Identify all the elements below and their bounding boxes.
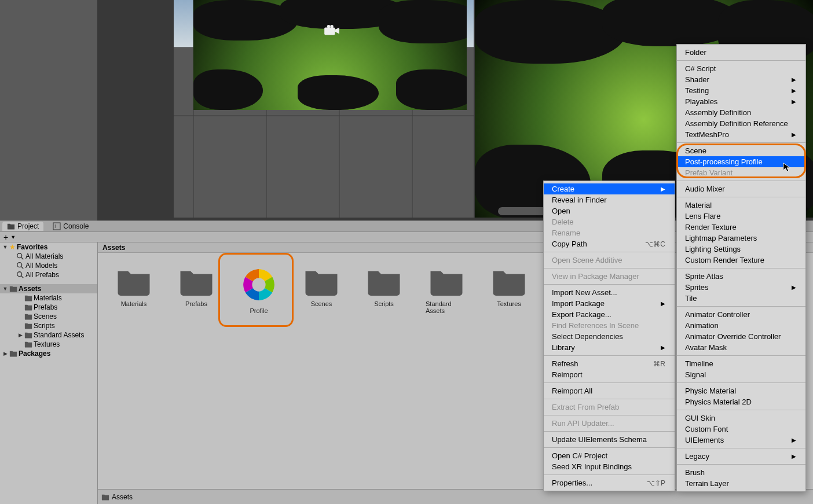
create-menu-item-uielements[interactable]: UIElements▶	[677, 435, 805, 446]
asset-folder-materials[interactable]: Materials	[113, 267, 155, 314]
create-menu-item-custom-render-texture[interactable]: Custom Render Texture	[677, 255, 805, 266]
asset-folder-scenes[interactable]: Scenes	[301, 267, 342, 314]
asset-folder-prefabs[interactable]: Prefabs	[175, 267, 217, 314]
favorite-all-models[interactable]: ·All Models	[0, 261, 97, 270]
ctx-menu-item-update-uielements-schema[interactable]: Update UIElements Schema	[544, 434, 675, 445]
create-menu-item-lightmap-parameters[interactable]: Lightmap Parameters	[677, 233, 805, 244]
create-menu-item-shader[interactable]: Shader▶	[677, 74, 805, 85]
menu-item-label: Testing	[685, 86, 709, 95]
create-menu-item-physic-material[interactable]: Physic Material	[677, 385, 805, 396]
ctx-menu-item-import-package[interactable]: Import Package▶	[544, 298, 675, 309]
assets-root[interactable]: ▼Assets	[0, 284, 97, 293]
context-menu-assets[interactable]: Create▶Reveal in FinderOpenDeleteRenameC…	[543, 181, 675, 491]
favorites-label: Favorites	[17, 243, 47, 251]
favorites-header[interactable]: ▼★ Favorites	[0, 242, 97, 252]
ctx-menu-item-select-dependencies[interactable]: Select Dependencies	[544, 331, 675, 342]
favorite-all-prefabs[interactable]: ·All Prefabs	[0, 270, 97, 279]
camera-gizmo-icon[interactable]	[323, 24, 340, 37]
menu-item-label: Find References In Scene	[552, 321, 639, 330]
folder-scripts[interactable]: ·Scripts	[0, 321, 97, 330]
folder-textures[interactable]: ·Textures	[0, 340, 97, 349]
create-menu-item-avatar-mask[interactable]: Avatar Mask	[677, 342, 805, 353]
menu-item-label: Seed XR Input Bindings	[552, 462, 632, 471]
ctx-menu-item-create[interactable]: Create▶	[544, 183, 675, 194]
create-menu-item-playables[interactable]: Playables▶	[677, 96, 805, 107]
create-menu-item-signal[interactable]: Signal	[677, 369, 805, 380]
menu-item-label: Open C# Project	[552, 451, 607, 460]
create-menu-item-testing[interactable]: Testing▶	[677, 85, 805, 96]
folder-prefabs[interactable]: ·Prefabs	[0, 303, 97, 312]
folder-materials[interactable]: ·Materials	[0, 293, 97, 303]
menu-item-label: Animation	[685, 321, 719, 330]
folder-icon	[101, 493, 109, 501]
menu-item-label: Open Scene Additive	[552, 256, 622, 264]
tab-project[interactable]: Project	[2, 222, 43, 231]
folder-icon	[429, 267, 464, 296]
create-menu-item-sprites[interactable]: Sprites▶	[677, 282, 805, 293]
asset-folder-standard-assets[interactable]: Standard Assets	[426, 267, 467, 314]
create-menu-item-brush[interactable]: Brush	[677, 467, 805, 478]
create-menu-item-custom-font[interactable]: Custom Font	[677, 424, 805, 435]
ctx-menu-item-rename: Rename	[544, 227, 675, 238]
folder-scenes[interactable]: ·Scenes	[0, 312, 97, 321]
tab-console[interactable]: ! Console	[53, 222, 89, 230]
create-menu-item-assembly-definition-reference[interactable]: Assembly Definition Reference	[677, 118, 805, 129]
ctx-menu-item-open[interactable]: Open	[544, 205, 675, 216]
create-menu-item-animator-override-controller[interactable]: Animator Override Controller	[677, 331, 805, 342]
packages-root[interactable]: ▶Packages	[0, 349, 97, 358]
scene-view[interactable]	[174, 0, 474, 218]
create-menu-item-lens-flare[interactable]: Lens Flare	[677, 211, 805, 222]
menu-item-label: Copy Path	[552, 240, 587, 248]
ctx-menu-item-import-new-asset[interactable]: Import New Asset...	[544, 287, 675, 298]
folder-icon	[9, 350, 17, 358]
project-sidebar[interactable]: ▼★ Favorites ·All Materials ·All Models …	[0, 242, 97, 504]
create-menu-item-render-texture[interactable]: Render Texture	[677, 222, 805, 233]
create-menu-item-sprite-atlas[interactable]: Sprite Atlas	[677, 271, 805, 282]
cursor-icon	[782, 162, 793, 172]
create-menu-item-audio-mixer[interactable]: Audio Mixer	[677, 183, 805, 194]
ctx-menu-item-reveal-in-finder[interactable]: Reveal in Finder	[544, 194, 675, 205]
folder-icon	[491, 267, 527, 296]
ctx-menu-item-seed-xr-input-bindings[interactable]: Seed XR Input Bindings	[544, 461, 675, 472]
create-menu-item-timeline[interactable]: Timeline	[677, 358, 805, 369]
menu-separator	[677, 355, 805, 356]
create-menu-item-lighting-settings[interactable]: Lighting Settings	[677, 244, 805, 255]
create-button[interactable]: +	[3, 234, 8, 241]
svg-point-14	[252, 278, 265, 291]
ctx-menu-item-reimport[interactable]: Reimport	[544, 369, 675, 380]
menu-separator	[677, 268, 805, 268]
star-icon: ★	[9, 243, 16, 251]
menu-item-label: Render Texture	[685, 223, 737, 231]
create-menu-item-animator-controller[interactable]: Animator Controller	[677, 309, 805, 320]
ctx-menu-item-copy-path[interactable]: Copy Path⌥⌘C	[544, 238, 675, 249]
create-menu-item-legacy[interactable]: Legacy▶	[677, 451, 805, 462]
asset-folder-scripts[interactable]: Scripts	[363, 267, 405, 314]
menu-shortcut: ⌘R	[653, 360, 665, 368]
create-menu-item-scene[interactable]: Scene	[677, 145, 805, 156]
create-menu-item-folder[interactable]: Folder	[677, 47, 805, 58]
create-menu-item-terrain-layer[interactable]: Terrain Layer	[677, 478, 805, 489]
menu-item-label: Extract From Prefab	[552, 403, 619, 411]
menu-separator	[677, 464, 805, 465]
menu-item-label: Prefab Variant	[685, 168, 733, 177]
asset-profile[interactable]: Profile	[238, 267, 280, 314]
ctx-menu-item-library[interactable]: Library▶	[544, 342, 675, 353]
folder-standard-assets[interactable]: ▶Standard Assets	[0, 330, 97, 340]
favorite-all-materials[interactable]: ·All Materials	[0, 252, 97, 261]
ctx-menu-item-open-c-project[interactable]: Open C# Project	[544, 450, 675, 461]
create-dropdown-icon[interactable]: ▼	[10, 234, 16, 240]
create-menu-item-gui-skin[interactable]: GUI Skin	[677, 413, 805, 424]
asset-folder-textures[interactable]: Textures	[488, 267, 530, 314]
ctx-menu-item-refresh[interactable]: Refresh⌘R	[544, 358, 675, 369]
create-menu-item-tile[interactable]: Tile	[677, 293, 805, 304]
ctx-menu-item-export-package[interactable]: Export Package...	[544, 309, 675, 320]
context-submenu-create[interactable]: FolderC# ScriptShader▶Testing▶Playables▶…	[676, 44, 806, 492]
create-menu-item-textmeshpro[interactable]: TextMeshPro▶	[677, 129, 805, 140]
create-menu-item-material[interactable]: Material	[677, 200, 805, 211]
create-menu-item-assembly-definition[interactable]: Assembly Definition	[677, 107, 805, 118]
ctx-menu-item-properties[interactable]: Properties...⌥⇧P	[544, 477, 675, 488]
create-menu-item-c-script[interactable]: C# Script	[677, 63, 805, 74]
ctx-menu-item-reimport-all[interactable]: Reimport All	[544, 385, 675, 396]
create-menu-item-physics-material-2d[interactable]: Physics Material 2D	[677, 396, 805, 407]
create-menu-item-animation[interactable]: Animation	[677, 320, 805, 331]
